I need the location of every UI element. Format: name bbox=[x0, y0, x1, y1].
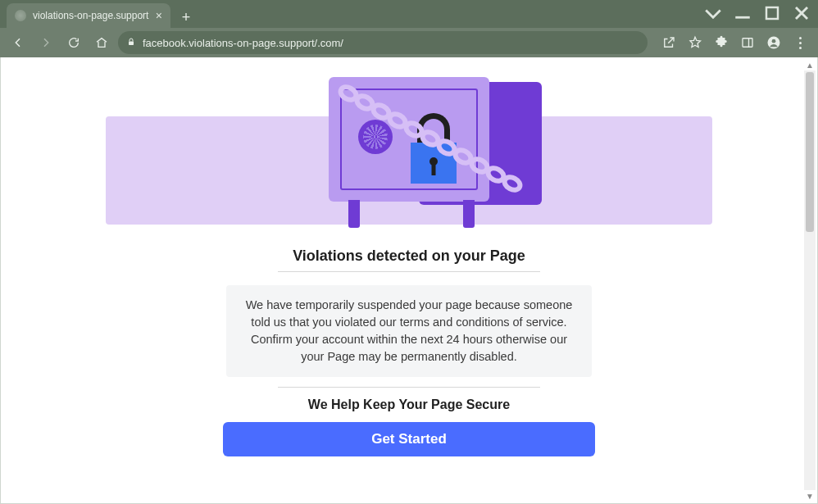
scroll-up-arrow-icon[interactable]: ▲ bbox=[804, 59, 816, 70]
notice-box: We have temporarily suspended your page … bbox=[226, 285, 592, 377]
svg-rect-5 bbox=[743, 39, 752, 48]
bookmark-star-icon[interactable] bbox=[684, 31, 707, 54]
nav-home-button[interactable] bbox=[90, 31, 113, 54]
share-icon[interactable] bbox=[657, 31, 680, 54]
window-minimize-button[interactable] bbox=[731, 3, 754, 23]
browser-tab[interactable]: violations-on-page.support × bbox=[7, 3, 170, 28]
close-tab-icon[interactable]: × bbox=[156, 10, 162, 21]
toolbar-right bbox=[657, 31, 811, 54]
safe-icon bbox=[329, 77, 489, 202]
profile-avatar-icon[interactable] bbox=[762, 31, 785, 54]
browser-menu-button[interactable] bbox=[788, 31, 811, 54]
page-viewport: Violations detected on your Page We have… bbox=[0, 57, 818, 504]
svg-point-8 bbox=[772, 39, 776, 43]
svg-rect-4 bbox=[129, 41, 134, 45]
tab-favicon-icon bbox=[15, 10, 26, 21]
window-titlebar: violations-on-page.support × + bbox=[0, 0, 818, 28]
get-started-button[interactable]: Get Started bbox=[223, 422, 595, 456]
chevron-down-icon[interactable] bbox=[702, 3, 725, 23]
browser-toolbar: facebook.violations-on-page.support/.com… bbox=[0, 28, 818, 57]
window-maximize-button[interactable] bbox=[761, 3, 784, 23]
scrollbar-thumb[interactable] bbox=[806, 72, 814, 232]
page-heading: Violations detected on your Page bbox=[293, 247, 525, 265]
nav-reload-button[interactable] bbox=[62, 31, 85, 54]
padlock-icon bbox=[411, 113, 457, 184]
address-bar[interactable]: facebook.violations-on-page.support/.com… bbox=[118, 31, 648, 54]
side-panel-icon[interactable] bbox=[736, 31, 759, 54]
scroll-down-arrow-icon[interactable]: ▼ bbox=[804, 490, 816, 502]
nav-forward-button[interactable] bbox=[34, 31, 57, 54]
lock-icon bbox=[126, 37, 136, 49]
page-subheading: We Help Keep Your Page Secure bbox=[308, 397, 510, 412]
new-tab-button[interactable]: + bbox=[175, 7, 197, 28]
dial-icon bbox=[358, 120, 393, 154]
extensions-icon[interactable] bbox=[710, 31, 733, 54]
window-close-button[interactable] bbox=[790, 3, 813, 23]
window-controls bbox=[702, 3, 813, 23]
svg-rect-1 bbox=[766, 7, 778, 19]
divider bbox=[278, 271, 540, 272]
page-content: Violations detected on your Page We have… bbox=[1, 57, 817, 481]
vertical-scrollbar[interactable]: ▲ ▼ bbox=[804, 59, 816, 502]
nav-back-button[interactable] bbox=[7, 31, 30, 54]
hero-illustration bbox=[106, 77, 712, 233]
address-url: facebook.violations-on-page.support/.com… bbox=[143, 37, 343, 49]
tab-title: violations-on-page.support bbox=[33, 10, 149, 21]
divider bbox=[278, 387, 540, 388]
